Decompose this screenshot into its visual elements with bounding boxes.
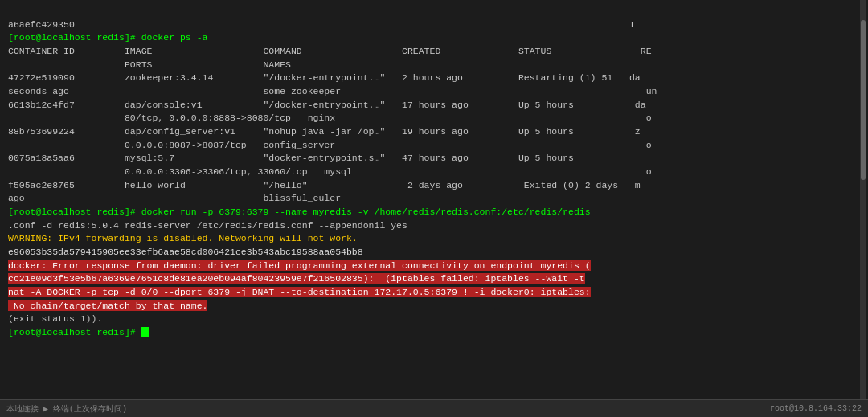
line-18: e96053b35da579415905ee33efb6aae58cd00642… (8, 247, 363, 257)
cursor (141, 327, 149, 337)
bottom-bar-right-text: root@10.8.164.33:22 (770, 404, 862, 413)
bottom-bar: 本地连接 ▶ 终端(上次保存时间) root@10.8.164.33:22 (0, 399, 868, 417)
bottom-bar-left-text: 本地连接 ▶ 终端(上次保存时间) (6, 403, 770, 415)
line-7: 6613b12c4fd7 dap/console:v1 "/docker-ent… (8, 100, 646, 110)
line-20: cc21e09d3f53e5b67a6369e7651c8de81ea20eb0… (8, 273, 585, 284)
scrollbar-thumb (861, 20, 866, 180)
line-19: docker: Error response from daemon: driv… (8, 260, 591, 271)
line-23: (exit status 1)). (8, 313, 102, 324)
line-1: a6aefc429350 I (8, 19, 635, 30)
line-10: 0.0.0.0:8087->8087/tcp config_server o (8, 140, 652, 150)
line-21: nat -A DOCKER -p tcp -d 0/0 --dport 6379… (8, 287, 591, 297)
line-8: 80/tcp, 0.0.0.0:8888->8080/tcp nginx o (8, 112, 652, 123)
scrollbar[interactable] (860, 0, 866, 399)
line-6: seconds ago some-zookeeper un (8, 86, 657, 96)
terminal-output: a6aefc429350 I [root@localhost redis]# d… (8, 5, 860, 353)
line-4: PORTS NAMES (8, 59, 291, 70)
line-9: 88b753699224 dap/config_server:v1 "nohup… (8, 126, 641, 137)
line-12: 0.0.0.0:3306->3306/tcp, 33060/tcp mysql … (8, 166, 652, 177)
line-16: .conf -d redis:5.0.4 redis-server /etc/r… (8, 220, 407, 231)
line-3: CONTAINER ID IMAGE COMMAND CREATED STATU… (8, 46, 652, 56)
line-15: [root@localhost redis]# docker run -p 63… (8, 206, 591, 217)
line-11: 0075a18a5aa6 mysql:5.7 "docker-entrypoin… (8, 153, 635, 163)
line-13: f505ac2e8765 hello-world "/hello" 2 days… (8, 180, 641, 190)
line-24: [root@localhost redis]# (8, 327, 149, 337)
line-17: WARNING: IPv4 forwarding is disabled. Ne… (8, 233, 358, 243)
line-2: [root@localhost redis]# docker ps -a (8, 32, 207, 43)
line-5: 47272e519090 zookeeper:3.4.14 "/docker-e… (8, 72, 641, 83)
terminal-screen: a6aefc429350 I [root@localhost redis]# d… (0, 0, 868, 417)
line-22: No chain/target/match by that name. (8, 300, 207, 311)
terminal-content[interactable]: a6aefc429350 I [root@localhost redis]# d… (0, 0, 868, 399)
line-14: ago blissful_euler (8, 193, 341, 203)
